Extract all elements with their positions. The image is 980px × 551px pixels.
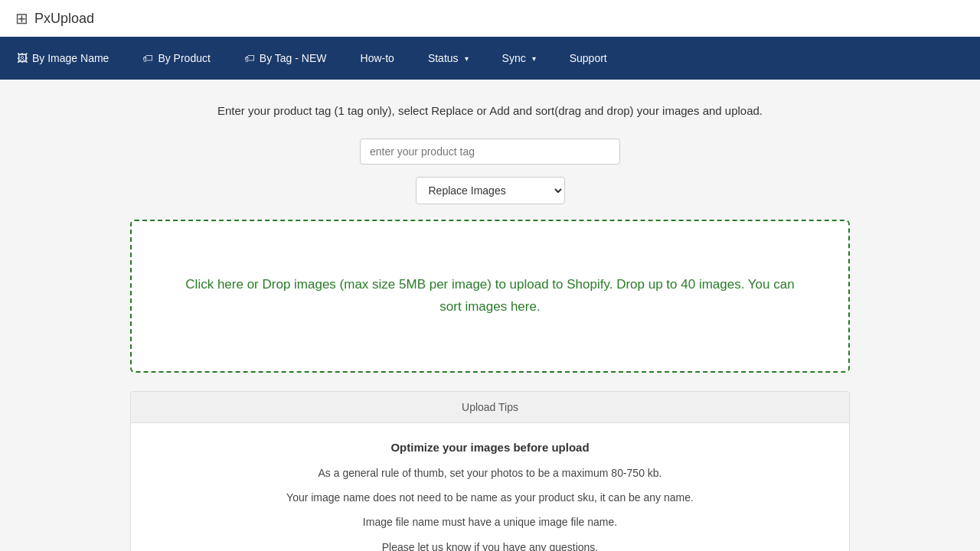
sync-dropdown-arrow: ▾ (532, 54, 536, 63)
main-content: Enter your product tag (1 tag only), sel… (115, 80, 865, 551)
nav-by-tag-label: By Tag - NEW (260, 52, 327, 64)
tag-icon: 🏷 (142, 52, 153, 64)
nav-support[interactable]: Support (553, 37, 624, 80)
nav-how-to[interactable]: How-to (344, 37, 411, 80)
tips-section: Upload Tips Optimize your images before … (130, 391, 850, 552)
nav-sync-label: Sync (502, 52, 526, 64)
tag-input-wrapper (130, 139, 850, 165)
nav-bar: 🖼 By Image Name 🏷 By Product 🏷 By Tag - … (0, 37, 980, 80)
nav-by-image-name[interactable]: 🖼 By Image Name (0, 37, 126, 80)
tip-2: As a general rule of thumb, set your pho… (146, 465, 834, 481)
drop-zone[interactable]: Click here or Drop images (max size 5MB … (130, 220, 850, 373)
nav-by-product-label: By Product (158, 52, 210, 64)
nav-by-product[interactable]: 🏷 By Product (126, 37, 227, 80)
tip-1: Optimize your images before upload (146, 439, 834, 457)
action-dropdown[interactable]: Replace Images Add Images (416, 177, 565, 204)
tag-new-icon: 🏷 (244, 52, 255, 64)
app-header: ⊞ PxUpload (0, 0, 980, 37)
nav-by-image-name-label: By Image Name (32, 52, 109, 64)
dropdown-wrapper: Replace Images Add Images (130, 177, 850, 204)
tip-4: Image file name must have a unique image… (146, 514, 834, 530)
nav-support-label: Support (570, 52, 607, 64)
product-tag-input[interactable] (360, 139, 620, 165)
nav-sync[interactable]: Sync ▾ (485, 37, 553, 80)
nav-by-tag[interactable]: 🏷 By Tag - NEW (227, 37, 344, 80)
logo-icon: ⊞ (15, 9, 28, 28)
tip-5: Please let us know if you have any quest… (146, 539, 834, 551)
drop-zone-text: Click here or Drop images (max size 5MB … (178, 274, 802, 318)
tips-body: Optimize your images before upload As a … (131, 423, 849, 552)
tips-header: Upload Tips (131, 392, 849, 423)
nav-status-label: Status (428, 52, 459, 64)
tip-3: Your image name does not need to be name… (146, 489, 834, 506)
nav-how-to-label: How-to (361, 52, 394, 64)
image-icon: 🖼 (17, 52, 28, 64)
logo-text: PxUpload (34, 11, 94, 27)
status-dropdown-arrow: ▾ (465, 54, 469, 63)
nav-status[interactable]: Status ▾ (411, 37, 485, 80)
instruction-text: Enter your product tag (1 tag only), sel… (130, 103, 850, 120)
